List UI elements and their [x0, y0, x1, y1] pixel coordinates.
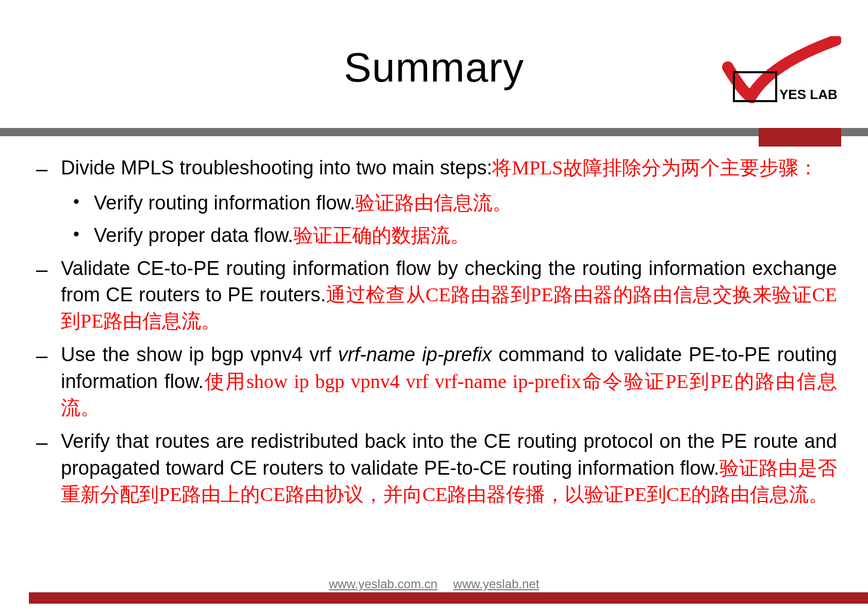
bullet-dot-icon: •: [73, 190, 94, 216]
bullet-dot-icon: •: [73, 222, 94, 249]
bullet-3-text-en-ital: vrf-name ip-prefix: [338, 344, 492, 365]
sub1-en: Verify routing information flow.: [94, 192, 355, 214]
dash-icon: –: [36, 155, 61, 183]
bullet-2: – Validate CE-to-PE routing information …: [36, 255, 837, 335]
sub2-en: Verify proper data flow.: [94, 224, 293, 246]
bullet-1-sub-1: • Verify routing information flow.验证路由信息…: [73, 190, 837, 216]
logo-text: YES LAB: [779, 87, 838, 102]
footer-link-1[interactable]: www.yeslab.com.cn: [329, 577, 437, 591]
footer-link-2[interactable]: www.yeslab.net: [453, 577, 539, 591]
bullet-3-text-en-a: Use the show ip bgp vpnv4 vrf: [61, 344, 338, 365]
bullet-1-sub-2: • Verify proper data flow.验证正确的数据流。: [73, 222, 837, 249]
bottom-bar: [29, 592, 868, 604]
slide: Summary YES LAB – Divide MPLS troublesho…: [0, 0, 868, 614]
bullet-1-text-en: Divide MPLS troubleshooting into two mai…: [61, 157, 492, 179]
dash-icon: –: [36, 255, 61, 335]
content: – Divide MPLS troubleshooting into two m…: [36, 155, 837, 515]
dash-icon: –: [36, 428, 61, 508]
sub2-zh: 验证正确的数据流。: [293, 224, 470, 246]
sub1-zh: 验证路由信息流。: [355, 192, 512, 214]
divider-gray: [0, 128, 868, 136]
bullet-1: – Divide MPLS troubleshooting into two m…: [36, 155, 837, 183]
divider-red: [759, 128, 841, 147]
footer: www.yeslab.com.cn www.yeslab.net: [0, 577, 868, 591]
divider: [0, 128, 868, 136]
yeslab-logo: YES LAB: [707, 36, 841, 103]
dash-icon: –: [36, 342, 61, 421]
bullet-1-text-zh: 将MPLS故障排除分为两个主要步骤：: [492, 157, 817, 179]
bullet-4: – Verify that routes are redistributed b…: [36, 428, 837, 508]
bullet-3: – Use the show ip bgp vpnv4 vrf vrf-name…: [36, 342, 837, 421]
